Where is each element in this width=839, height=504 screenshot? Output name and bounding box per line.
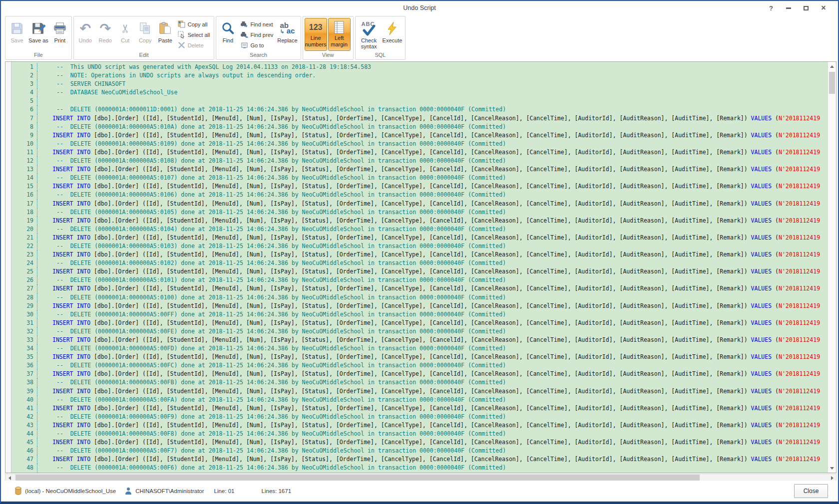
line-number: 7 (11, 114, 37, 123)
code-line: 5 (11, 97, 828, 105)
vertical-scrollbar[interactable] (828, 62, 836, 473)
line-number: 12 (11, 157, 37, 165)
code-text: -- DELETE (0000001A:000000A5:00F9) done … (37, 413, 506, 421)
code-line: 2-- NOTE: Operations in UNDO scripts are… (11, 71, 828, 80)
close-button[interactable]: Close (794, 484, 828, 498)
code-text: INSERT INTO [dbo].[Order] ([Id], [Studen… (37, 353, 820, 361)
help-icon: ? (769, 4, 773, 12)
copy-all-icon (178, 20, 186, 28)
scroll-up-button[interactable] (828, 62, 836, 70)
go-to-button[interactable]: Go to (239, 40, 275, 50)
code-line: 25INSERT INTO [dbo].[Order] ([Id], [Stud… (11, 267, 828, 276)
select-all-button[interactable]: Select all (176, 30, 212, 40)
code-line: 42-- DELETE (0000001A:000000A5:00F9) don… (11, 413, 828, 421)
go-to-icon (240, 41, 248, 49)
code-text: -- NOTE: Operations in UNDO scripts are … (37, 71, 316, 80)
user-status: CHINASOFT\Administrator (125, 487, 204, 496)
code-line: 17INSERT INTO [dbo].[Order] ([Id], [Stud… (11, 200, 828, 208)
code-text: -- This UNDO script was generated with A… (37, 63, 371, 71)
undo-script-window: Undo Script ? × Save (0, 0, 839, 504)
cut-icon: ✂ (120, 20, 130, 36)
save-icon (10, 20, 24, 36)
code-text: INSERT INTO [dbo].[Order] ([Id], [Studen… (37, 319, 820, 327)
code-line: 37INSERT INTO [dbo].[Order] ([Id], [Stud… (11, 370, 828, 378)
line-number: 4 (11, 88, 37, 97)
group-label-view: View (303, 51, 353, 59)
line-number: 8 (11, 123, 37, 131)
scroll-up-icon (830, 65, 834, 68)
code-line: 33INSERT INTO [dbo].[Order] ([Id], [Stud… (11, 336, 828, 344)
code-text: INSERT INTO [dbo].[Order] ([Id], [Studen… (37, 455, 820, 464)
line-number: 5 (11, 97, 37, 105)
check-syntax-icon: ABC (361, 20, 378, 36)
user-icon (125, 487, 132, 496)
code-line: 4-- DATABASE NeoCuOMiddleSchool_Use (11, 88, 828, 97)
line-number: 30 (11, 310, 37, 319)
maximize-icon (804, 6, 809, 10)
replace-button[interactable]: ab ↳ac Replace (276, 18, 299, 51)
group-label-edit: Edit (74, 51, 214, 59)
code-text: INSERT INTO [dbo].[Order] ([Id], [Studen… (37, 336, 820, 344)
code-line: 18-- DELETE (0000001A:000000A5:0105) don… (11, 208, 828, 217)
line-number: 2 (11, 71, 37, 80)
line-number: 10 (11, 140, 37, 148)
line-number: 28 (11, 293, 37, 302)
scroll-left-button[interactable] (5, 476, 13, 480)
line-number: 19 (11, 217, 37, 225)
code-text: INSERT INTO [dbo].[Order] ([Id], [Studen… (37, 302, 820, 310)
line-number: 43 (11, 421, 37, 430)
scroll-down-button[interactable] (828, 464, 836, 472)
save-as-button[interactable]: Save as (27, 18, 50, 51)
code-text: -- DELETE (0000001A:000000A5:00FC) done … (37, 361, 506, 370)
find-button[interactable]: Find (218, 18, 238, 51)
line-number: 14 (11, 174, 37, 182)
ribbon-group-file: Save Save as Print File (5, 16, 72, 60)
code-line: 46-- DELETE (0000001A:000000A5:00F7) don… (11, 447, 828, 455)
paste-button[interactable]: Paste (155, 18, 175, 51)
code-line: 43INSERT INTO [dbo].[Order] ([Id], [Stud… (11, 421, 828, 430)
line-number: 41 (11, 404, 37, 413)
execute-button[interactable]: Execute (381, 18, 404, 51)
save-button: Save (7, 18, 27, 51)
code-line: 16-- DELETE (0000001A:000000A5:0106) don… (11, 191, 828, 199)
print-button[interactable]: Print (50, 18, 70, 51)
line-number: 17 (11, 200, 37, 208)
find-prev-button[interactable]: Find prev (239, 30, 275, 40)
code-line: 10-- DELETE (0000001A:000000A5:0109) don… (11, 140, 828, 148)
code-text: INSERT INTO [dbo].[Order] ([Id], [Studen… (37, 148, 820, 157)
find-next-icon (240, 20, 248, 28)
titlebar: Undo Script ? × (1, 1, 838, 15)
sql-editor[interactable]: 1-- This UNDO script was generated with … (5, 61, 837, 473)
check-syntax-button[interactable]: ABC Check syntax (357, 18, 381, 51)
database-label: (local) - NeoCuOMiddleSchool_Use (25, 488, 116, 494)
code-text: -- DELETE (0000001A:000000A5:0103) done … (37, 242, 506, 251)
left-margin-toggle[interactable]: Left margin (328, 18, 351, 51)
delete-button: Delete (176, 40, 212, 50)
select-all-icon (178, 31, 186, 38)
line-number: 23 (11, 251, 37, 259)
group-label-file: File (5, 51, 71, 59)
minimize-icon (786, 7, 791, 9)
group-label-search: Search (216, 51, 300, 59)
help-button[interactable]: ? (765, 2, 778, 13)
line-number: 40 (11, 396, 37, 404)
vertical-scrollbar-thumb[interactable] (829, 72, 835, 94)
code-line: 34-- DELETE (0000001A:000000A5:00FD) don… (11, 344, 828, 353)
maximize-button[interactable] (800, 2, 813, 13)
copy-icon (138, 20, 152, 36)
code-text: -- DELETE (0000001A:000000A5:0109) done … (37, 140, 506, 148)
code-line: 23INSERT INTO [dbo].[Order] ([Id], [Stud… (11, 251, 828, 259)
line-numbers-toggle[interactable]: 123 Line numbers (305, 18, 327, 51)
find-next-button[interactable]: Find next (239, 19, 275, 29)
statusbar: (local) - NeoCuOMiddleSchool_Use CHINASO… (1, 481, 838, 502)
code-line: 32-- DELETE (0000001A:000000A5:00FE) don… (11, 327, 828, 336)
close-window-button[interactable]: × (817, 2, 830, 13)
code-line: 45INSERT INTO [dbo].[Order] ([Id], [Stud… (11, 438, 828, 447)
copy-all-button[interactable]: Copy all (176, 19, 212, 29)
ribbon-group-edit: ↶ Undo ↷ Redo ✂ Cut Copy (73, 16, 215, 60)
code-line: 29INSERT INTO [dbo].[Order] ([Id], [Stud… (11, 302, 828, 310)
scroll-right-button[interactable] (828, 476, 836, 480)
line-number: 34 (11, 344, 37, 353)
minimize-button[interactable] (782, 2, 795, 13)
line-number: 38 (11, 378, 37, 387)
